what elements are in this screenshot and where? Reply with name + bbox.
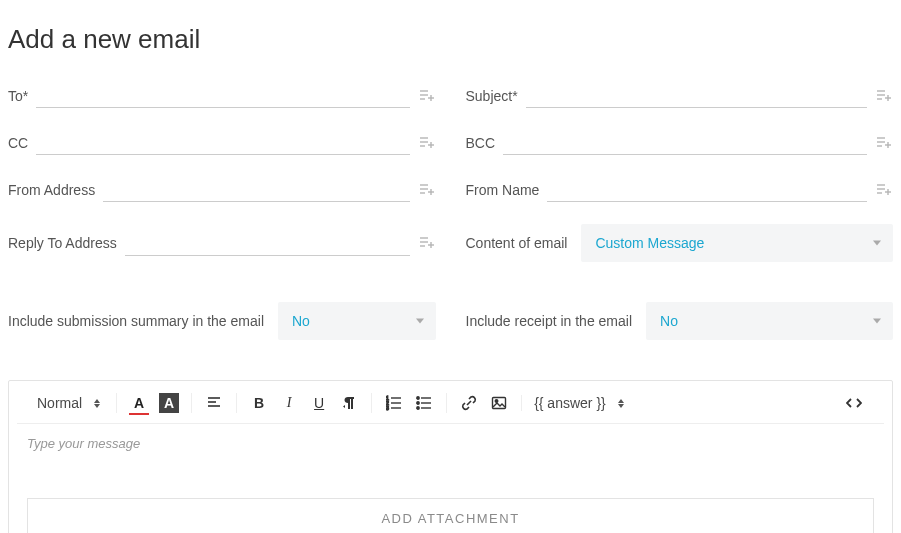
code-view-icon[interactable] <box>844 393 864 413</box>
from-address-label: From Address <box>8 182 95 198</box>
subject-input[interactable] <box>526 83 867 108</box>
format-select[interactable]: Normal <box>37 395 104 411</box>
sort-caret-icon <box>618 399 624 408</box>
subject-label: Subject* <box>466 88 518 104</box>
chevron-down-icon <box>873 319 881 324</box>
sort-caret-icon <box>94 399 100 408</box>
from-name-field: From Name <box>466 177 894 202</box>
to-input[interactable] <box>36 83 409 108</box>
cc-label: CC <box>8 135 28 151</box>
page-title: Add a new email <box>8 24 893 55</box>
from-name-add-icon[interactable] <box>875 181 893 199</box>
from-address-field: From Address <box>8 177 436 202</box>
include-summary-label: Include submission summary in the email <box>8 313 264 329</box>
bcc-add-icon[interactable] <box>875 134 893 152</box>
svg-text:3: 3 <box>386 405 389 411</box>
editor-placeholder: Type your message <box>27 436 140 451</box>
content-of-email-select[interactable]: Custom Message <box>581 224 893 262</box>
svg-point-51 <box>495 400 498 403</box>
unordered-list-icon[interactable] <box>414 393 434 413</box>
highlight-icon[interactable]: A <box>159 393 179 413</box>
cc-add-icon[interactable] <box>418 134 436 152</box>
content-of-email-value: Custom Message <box>595 235 704 251</box>
reply-to-input[interactable] <box>125 231 410 256</box>
italic-icon[interactable]: I <box>279 393 299 413</box>
subject-add-icon[interactable] <box>875 87 893 105</box>
content-of-email-field: Content of email Custom Message <box>466 224 894 262</box>
include-receipt-select[interactable]: No <box>646 302 893 340</box>
editor-toolbar: Normal A A B I U 123 <box>17 389 884 424</box>
from-address-add-icon[interactable] <box>418 181 436 199</box>
include-receipt-label: Include receipt in the email <box>466 313 633 329</box>
include-summary-field: Include submission summary in the email … <box>8 302 436 340</box>
svg-point-46 <box>417 407 419 409</box>
font-color-icon[interactable]: A <box>129 393 149 413</box>
answer-token-label: {{ answer }} <box>534 395 606 411</box>
from-address-input[interactable] <box>103 177 409 202</box>
bold-icon[interactable]: B <box>249 393 269 413</box>
align-icon[interactable] <box>204 393 224 413</box>
reply-to-field: Reply To Address <box>8 224 436 262</box>
to-add-icon[interactable] <box>418 87 436 105</box>
svg-point-44 <box>417 397 419 399</box>
editor-body[interactable]: Type your message <box>17 424 884 492</box>
to-field: To* <box>8 83 436 108</box>
format-select-label: Normal <box>37 395 82 411</box>
subject-field: Subject* <box>466 83 894 108</box>
message-editor: Normal A A B I U 123 <box>8 380 893 533</box>
include-receipt-field: Include receipt in the email No <box>466 302 894 340</box>
content-of-email-label: Content of email <box>466 235 568 251</box>
image-icon[interactable] <box>489 393 509 413</box>
underline-icon[interactable]: U <box>309 393 329 413</box>
cc-field: CC <box>8 130 436 155</box>
include-summary-select[interactable]: No <box>278 302 436 340</box>
ordered-list-icon[interactable]: 123 <box>384 393 404 413</box>
svg-point-45 <box>417 402 419 404</box>
bcc-input[interactable] <box>503 130 867 155</box>
answer-token-select[interactable]: {{ answer }} <box>534 395 628 411</box>
paragraph-direction-icon[interactable] <box>339 393 359 413</box>
from-name-input[interactable] <box>547 177 867 202</box>
to-label: To* <box>8 88 28 104</box>
cc-input[interactable] <box>36 130 409 155</box>
bcc-label: BCC <box>466 135 496 151</box>
from-name-label: From Name <box>466 182 540 198</box>
bcc-field: BCC <box>466 130 894 155</box>
add-attachment-button[interactable]: ADD ATTACHMENT <box>27 498 874 533</box>
link-icon[interactable] <box>459 393 479 413</box>
chevron-down-icon <box>873 241 881 246</box>
reply-to-add-icon[interactable] <box>418 234 436 252</box>
include-receipt-value: No <box>660 313 678 329</box>
chevron-down-icon <box>416 319 424 324</box>
reply-to-label: Reply To Address <box>8 235 117 251</box>
include-summary-value: No <box>292 313 310 329</box>
svg-rect-50 <box>493 398 506 409</box>
